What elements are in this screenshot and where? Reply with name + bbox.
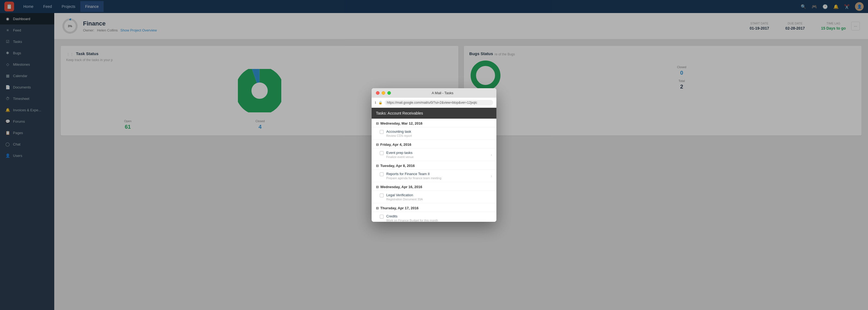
collapse-icon-3[interactable]: ⊟ [376,185,379,189]
modal-overlay[interactable]: A Mail - Tasks ℹ 🔒 https://mail.google.c… [54,13,868,310]
modal-url-bar[interactable]: https://mail.google.com/mail/u/0/?ui=2&v… [384,100,493,105]
task-content-4-0: Credits Work on Finance Budget for this … [386,214,492,222]
task-checkbox-2-0[interactable] [380,172,383,176]
task-group-1: ⊟ Friday, Apr 4, 2016 [372,140,496,148]
task-checkbox-3-0[interactable] [380,194,383,197]
info-icon: ℹ [375,101,376,105]
task-item-3-0[interactable]: Legal Verification Registration Document… [372,191,496,203]
task-group-3: ⊟ Wednesday, Apr 16, 2016 [372,182,496,191]
maximize-window-button[interactable] [388,91,391,95]
collapse-icon-0[interactable]: ⊟ [376,122,379,125]
task-content-2-0: Reports for Finance Team II Prepare agen… [386,172,488,180]
task-content-0-0: Accounting task Review CDS report [386,130,492,137]
task-expand-arrow-2-0[interactable]: › [491,174,492,178]
minimize-window-button[interactable] [382,91,385,95]
modal-header-title: Tasks: Account Receivables [376,111,423,115]
modal-title: A Mail - Tasks [393,91,492,95]
modal-window: A Mail - Tasks ℹ 🔒 https://mail.google.c… [372,88,496,222]
task-content-3-0: Legal Verification Registration Document… [386,193,492,201]
task-group-0: ⊟ Wednesday, Mar 12, 2016 [372,119,496,127]
content-area: 3% Finance Owner: Helen Collins Show Pro… [54,13,868,310]
task-item-0-0[interactable]: Accounting task Review CDS report [372,127,496,140]
modal-addressbar: ℹ 🔒 https://mail.google.com/mail/u/0/?ui… [372,98,496,108]
task-group-4: ⊟ Thursday, Apr 17, 2016 [372,203,496,212]
task-content-1-0: Event prep tasks Finalize event venue [386,151,488,159]
lock-icon: 🔒 [378,101,382,105]
main-layout: ◉ Dashboard ≡ Feed ☑ Tasks ✱ Bugs ◇ Mile… [0,13,868,310]
task-checkbox-4-0[interactable] [380,215,383,219]
modal-header: Tasks: Account Receivables [372,108,496,119]
task-item-1-0[interactable]: Event prep tasks Finalize event venue › [372,148,496,161]
task-group-2: ⊟ Tuesday, Apr 8, 2016 [372,161,496,170]
task-item-2-0[interactable]: Reports for Finance Team II Prepare agen… [372,170,496,182]
task-checkbox-0-0[interactable] [380,130,383,134]
collapse-icon-1[interactable]: ⊟ [376,143,379,147]
task-checkbox-1-0[interactable] [380,151,383,155]
modal-body: ⊟ Wednesday, Mar 12, 2016 Accounting tas… [372,119,496,222]
modal-titlebar: A Mail - Tasks [372,88,496,98]
task-item-4-0[interactable]: Credits Work on Finance Budget for this … [372,212,496,222]
collapse-icon-4[interactable]: ⊟ [376,206,379,210]
close-window-button[interactable] [376,91,379,95]
task-expand-arrow-1-0[interactable]: › [491,152,492,157]
collapse-icon-2[interactable]: ⊟ [376,164,379,168]
